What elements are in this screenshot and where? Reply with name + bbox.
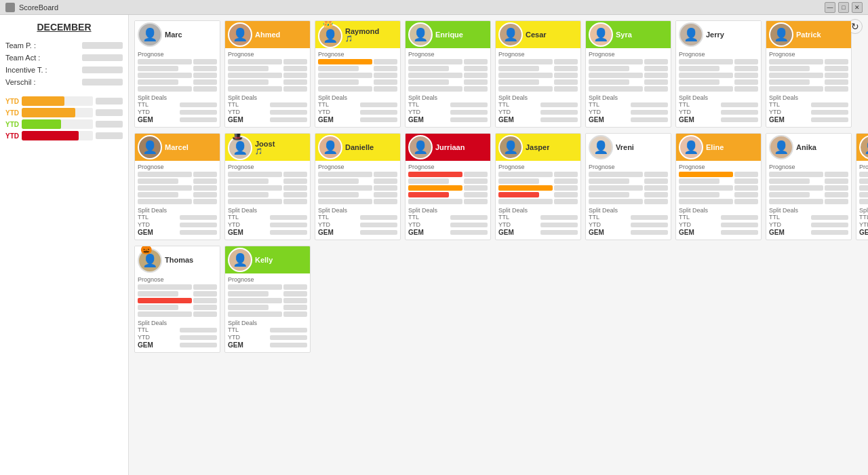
person-card-patrick: 👤 Patrick Prognose Split Deals TTL YTD G… [766,20,852,128]
person-card-cesar: 👤 Cesar Prognose Split Deals TTL YTD GEM [495,20,581,128]
persons-row-3: 🎃 👤 Thomas Prognose Split Deals TTL [134,246,863,353]
incentive-t-value [82,66,123,73]
person-card-marc: 👤 Marc Prognose Split Deals TTL [134,20,220,128]
persons-row-2: 👤 Marcel Prognose Split Deals TTL YTD GE… [134,133,863,240]
person-card-syra: 👤 Syra Prognose Split Deals TTL YTD GEM [585,20,671,128]
person-card-thomas: 🎃 👤 Thomas Prognose Split Deals TTL [134,246,220,353]
person-card-raymond: 👑 👤 Raymond 🎵 Prognose [315,20,401,128]
persons-row-1: 👤 Marc Prognose Split Deals TTL [134,20,863,128]
person-name-jerry: Jerry [706,31,724,39]
team-p-value [82,42,123,49]
person-card-eline: 👤 Eline Prognose Split Deals TTL YTD GEM [675,133,762,240]
verschil-label: Verschil : [5,78,36,86]
person-name-marc: Marc [165,31,182,39]
close-button[interactable]: ✕ [852,2,863,13]
person-card-anika: 👤 Anika Prognose Split Deals TTL YTD GEM [766,133,852,240]
person-card-kelly: 👤 Kelly Prognose Split Deals TTL YTD GEM [224,246,311,353]
person-name-ahmed: Ahmed [255,31,280,39]
incentive-t-label: Incentive T. : [5,66,47,74]
minimize-button[interactable]: — [825,2,835,13]
person-name-patrick: Patrick [796,31,821,39]
person-name-cesar: Cesar [526,31,547,39]
sidebar: DECEMBER Team P. : Team Act : Incentive … [0,15,129,475]
main-content: ↻ 👤 Marc Prognose [129,15,868,475]
team-act-label: Team Act : [5,54,40,62]
title-bar: ScoreBoard — □ ✕ [0,0,868,15]
app-icon [5,3,15,12]
ytd-label-1: YTD [5,98,19,105]
person-name-syra: Syra [616,31,632,39]
person-card-danielle: 👤 Danielle Prognose Split Deals TTL YTD … [315,133,401,240]
person-card-jasper: 👤 Jasper Prognose Split Deals TTL YTD GE… [495,133,581,240]
person-card-jurriaan: 👤 Jurriaan Prognose Split Deals TTL YTD … [405,133,491,240]
person-card-jerry: 👤 Jerry Prognose Split Deals TTL YTD GEM [675,20,762,128]
person-name-enrique: Enrique [435,31,463,39]
person-card-vreni: 👤 Vreni Prognose Split Deals TTL YTD GEM [585,133,671,240]
person-name-jasper: Jasper [526,143,549,151]
person-card-enrique: 👤 Enrique Prognose Split Deals TTL YTD G… [405,20,491,128]
person-name-vreni: Vreni [616,143,634,151]
ytd-label-3: YTD [5,121,19,128]
person-card-leonie: 👤 Leonie Prognose Split Deals TTL YTD GE… [856,133,868,240]
ytd-label-4: YTD [5,132,19,140]
ytd-val-1 [96,98,123,104]
ytd-val-3 [96,121,123,128]
ytd-val-2 [96,109,123,116]
person-name-raymond: Raymond [345,27,379,35]
person-card-joost: 🎩 👤 Joost 🎵 Prognose [224,133,311,240]
person-name-thomas: Thomas [165,256,193,264]
person-card-marcel: 👤 Marcel Prognose Split Deals TTL YTD GE… [134,133,220,240]
person-name-anika: Anika [796,143,816,151]
person-card-ahmed: 👤 Ahmed Prognose Split Deals TTL YTD GEM [224,20,311,128]
person-name-danielle: Danielle [345,143,374,151]
person-name-jurriaan: Jurriaan [435,143,465,151]
person-name-marcel: Marcel [165,143,189,151]
team-act-value [82,54,123,61]
maximize-button[interactable]: □ [838,2,849,13]
verschil-value [82,79,123,86]
person-name-joost: Joost [255,140,275,148]
person-name-kelly: Kelly [255,256,273,264]
person-name-eline: Eline [706,143,724,151]
ytd-label-2: YTD [5,109,19,117]
month-title: DECEMBER [5,22,123,33]
ytd-val-4 [96,132,123,139]
app-title: ScoreBoard [19,3,58,12]
team-p-label: Team P. : [5,41,36,50]
